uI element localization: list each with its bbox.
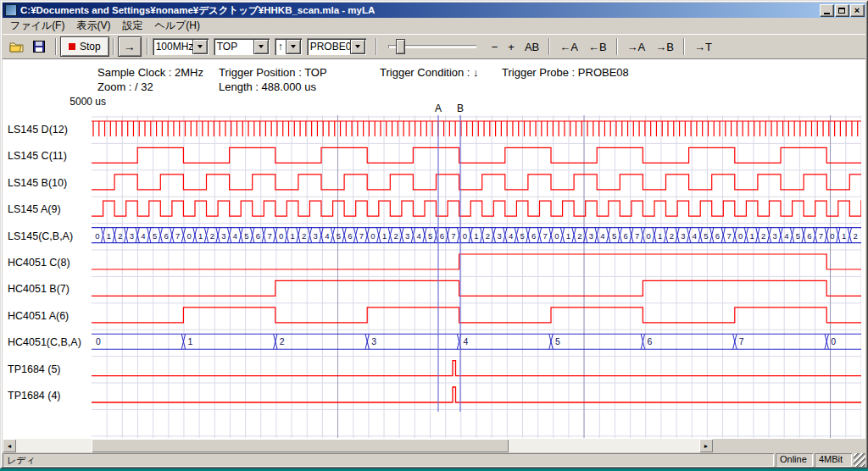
- probe-select[interactable]: PROBE00: [307, 38, 366, 55]
- channel-label: HC4051(C,B,A): [8, 330, 81, 356]
- nav-button-0-1[interactable]: +: [503, 39, 520, 55]
- svg-text:6: 6: [623, 231, 627, 241]
- svg-text:0: 0: [279, 231, 283, 241]
- svg-text:2: 2: [302, 231, 306, 241]
- svg-text:6: 6: [256, 231, 260, 241]
- stop-button[interactable]: Stop: [61, 37, 108, 56]
- stop-icon: [69, 43, 75, 50]
- scroll-left-button[interactable]: ◄: [3, 439, 16, 452]
- svg-text:3: 3: [221, 231, 225, 241]
- svg-text:1: 1: [107, 231, 111, 241]
- waveform-view: Sample Clock : 2MHz Trigger Position : T…: [3, 58, 865, 453]
- time-scale-label: 5000 us: [64, 96, 106, 108]
- app-icon: [5, 4, 17, 16]
- nav-button-2-0[interactable]: →A: [622, 39, 651, 55]
- minimize-button[interactable]: [820, 4, 833, 16]
- nav-button-1-0[interactable]: ←A: [554, 39, 583, 55]
- chevron-down-icon: [259, 45, 264, 48]
- sample-clock-info: Sample Clock : 2MHz: [97, 66, 203, 79]
- open-button[interactable]: [7, 37, 27, 56]
- menu-item-1[interactable]: 表示(V): [70, 17, 116, 35]
- menu-bar: ファイル(F)表示(V)設定ヘルプ(H): [3, 18, 865, 34]
- channel-label: HC4051 B(7): [8, 276, 70, 302]
- svg-text:0: 0: [738, 231, 743, 241]
- zoom-info: Zoom : / 32: [97, 80, 153, 93]
- maximize-button[interactable]: [835, 4, 849, 16]
- toolbar-separator: [113, 38, 114, 55]
- svg-text:0: 0: [647, 231, 651, 241]
- run-button[interactable]: →: [119, 37, 141, 56]
- marker-a-label[interactable]: A: [433, 103, 443, 114]
- svg-text:4: 4: [417, 231, 421, 241]
- svg-text:4: 4: [325, 231, 329, 241]
- svg-text:7: 7: [359, 231, 364, 241]
- dropdown-button[interactable]: [254, 40, 268, 53]
- svg-text:6: 6: [647, 336, 652, 346]
- svg-text:1: 1: [474, 231, 478, 241]
- maximize-icon: [838, 8, 845, 14]
- svg-text:5: 5: [153, 231, 157, 241]
- scrollbar-thumb[interactable]: [92, 439, 509, 452]
- svg-text:6: 6: [440, 231, 444, 241]
- svg-text:0: 0: [187, 231, 192, 241]
- svg-text:2: 2: [118, 231, 122, 241]
- scroll-right-button[interactable]: ►: [699, 439, 713, 452]
- trigger-edge-select[interactable]: ↑: [275, 38, 302, 55]
- save-button[interactable]: [29, 37, 49, 56]
- trigger-position-select[interactable]: TOP: [214, 38, 270, 55]
- chevron-down-icon: [355, 45, 360, 48]
- scroll-strip: ◄ ►: [3, 439, 865, 453]
- svg-text:2: 2: [210, 231, 214, 241]
- nav-button-0-0[interactable]: −: [487, 39, 504, 55]
- channel-label: LS145 D(12): [8, 117, 68, 143]
- toolbar-separator: [55, 38, 57, 55]
- toolbar-separator: [548, 38, 550, 55]
- svg-text:4: 4: [233, 231, 237, 241]
- svg-text:5: 5: [244, 231, 248, 241]
- close-button[interactable]: ×: [850, 4, 864, 16]
- zoom-slider[interactable]: [385, 37, 480, 56]
- minimize-icon: [824, 13, 830, 14]
- svg-text:3: 3: [589, 231, 593, 241]
- horizontal-scrollbar[interactable]: ◄ ►: [3, 439, 713, 452]
- toolbar-separator: [147, 38, 148, 55]
- nav-button-2-1[interactable]: →B: [650, 39, 679, 55]
- svg-text:3: 3: [314, 231, 318, 241]
- dropdown-button[interactable]: [287, 40, 300, 53]
- toolbar: Stop → 100MHz TOP ↑ PROBE00 −+AB←A←B→A→B…: [3, 34, 865, 58]
- svg-text:6: 6: [531, 231, 536, 241]
- waveform-plot[interactable]: 0123456701234567012345670123456701234567…: [92, 115, 861, 438]
- dropdown-button[interactable]: [351, 40, 364, 53]
- svg-text:1: 1: [566, 231, 570, 241]
- menu-item-0[interactable]: ファイル(F): [4, 17, 70, 35]
- toolbar-separator: [683, 38, 685, 55]
- length-info: Length : 488.000 us: [219, 80, 316, 93]
- svg-text:2: 2: [854, 231, 858, 241]
- svg-text:6: 6: [348, 231, 352, 241]
- probe-value: PROBE00: [307, 41, 351, 53]
- svg-text:5: 5: [704, 231, 708, 241]
- marker-b-label[interactable]: B: [455, 103, 465, 114]
- channel-label: TP1684 (4): [8, 383, 61, 409]
- resize-grip[interactable]: [854, 453, 865, 467]
- close-icon: ×: [854, 6, 860, 15]
- channel-label: LS145 A(9): [8, 197, 61, 223]
- nav-button-3-0[interactable]: →T: [689, 39, 717, 55]
- nav-button-1-1[interactable]: ←B: [583, 39, 612, 55]
- toolbar-separator: [616, 38, 618, 55]
- channel-label: LS145 C(11): [8, 143, 67, 169]
- svg-text:0: 0: [96, 336, 101, 346]
- svg-text:1: 1: [187, 336, 192, 346]
- dropdown-button[interactable]: [193, 40, 207, 53]
- sample-clock-select[interactable]: 100MHz: [153, 38, 209, 55]
- menu-item-3[interactable]: ヘルプ(H): [148, 17, 206, 35]
- svg-text:3: 3: [773, 231, 777, 241]
- svg-text:1: 1: [290, 231, 294, 241]
- zoom-slider-thumb[interactable]: [397, 40, 404, 53]
- channel-label: TP1684 (5): [8, 357, 61, 383]
- svg-text:4: 4: [141, 231, 145, 241]
- nav-button-0-2[interactable]: AB: [520, 39, 544, 55]
- svg-text:1: 1: [749, 231, 754, 241]
- channel-label: LS145(C,B,A): [8, 224, 73, 250]
- menu-item-2[interactable]: 設定: [116, 17, 148, 35]
